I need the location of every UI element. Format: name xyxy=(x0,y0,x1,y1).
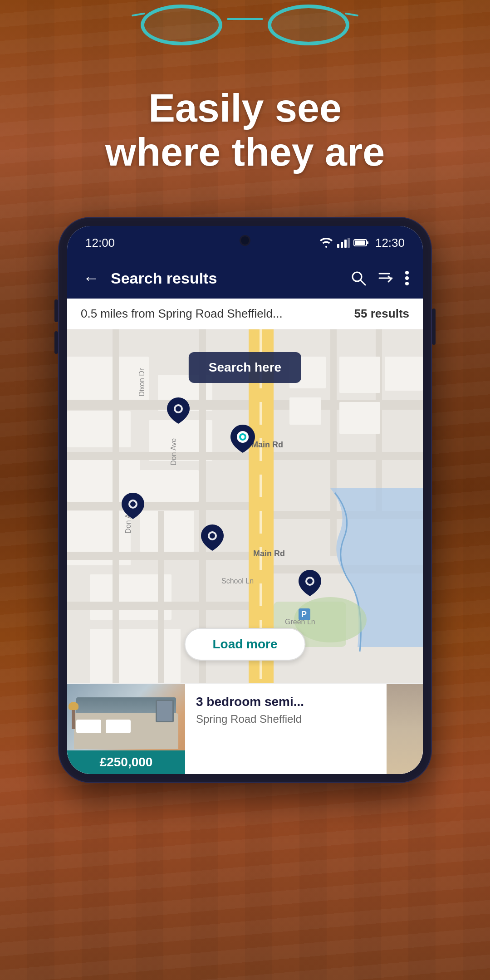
svg-rect-17 xyxy=(67,411,131,447)
svg-point-71 xyxy=(241,435,245,439)
svg-point-13 xyxy=(405,282,409,285)
search-here-button[interactable]: Search here xyxy=(189,352,301,383)
svg-rect-66 xyxy=(385,357,423,391)
search-results-count: 55 results xyxy=(354,307,409,321)
svg-rect-31 xyxy=(260,475,262,497)
svg-point-68 xyxy=(176,406,181,412)
map-pin-4[interactable] xyxy=(299,570,321,598)
svg-rect-43 xyxy=(274,452,423,460)
svg-point-12 xyxy=(405,276,409,280)
svg-rect-25 xyxy=(140,511,194,552)
svg-rect-24 xyxy=(140,470,199,502)
wifi-icon xyxy=(319,238,333,248)
search-location-text: 0.5 miles from Spring Road Sheffield... xyxy=(81,307,283,321)
svg-rect-49 xyxy=(330,329,337,556)
phone-screen: 12:00 xyxy=(67,226,423,774)
property-image: £250,000 xyxy=(67,684,185,774)
search-info-bar: 0.5 miles from Spring Road Sheffield... … xyxy=(67,299,423,329)
svg-rect-47 xyxy=(158,511,164,683)
svg-text:Dixon Dr: Dixon Dr xyxy=(138,368,146,397)
status-right-icons: 12:30 xyxy=(319,236,405,250)
hero-section: Easily see where they are xyxy=(0,86,490,174)
svg-rect-3 xyxy=(348,238,350,248)
hero-line1: Easily see xyxy=(148,85,342,130)
property-title: 3 bedroom semi... xyxy=(196,695,376,709)
svg-rect-0 xyxy=(337,244,339,248)
svg-rect-65 xyxy=(339,402,380,434)
more-options-icon[interactable] xyxy=(405,270,409,286)
svg-text:P: P xyxy=(301,610,307,619)
svg-rect-64 xyxy=(339,357,380,393)
property-location: Spring Road Sheffield xyxy=(196,713,376,725)
hero-line2: where they are xyxy=(105,129,385,174)
map-pin-current[interactable] xyxy=(230,425,255,455)
load-more-button[interactable]: Load more xyxy=(184,628,305,661)
status-time-left: 12:00 xyxy=(85,236,115,250)
svg-rect-32 xyxy=(260,511,262,534)
svg-rect-6 xyxy=(367,241,368,244)
signal-icon xyxy=(337,238,350,248)
svg-rect-21 xyxy=(90,629,181,683)
svg-text:Main Rd: Main Rd xyxy=(251,440,283,449)
property-info: 3 bedroom semi... Spring Road Sheffield xyxy=(185,684,387,774)
svg-rect-48 xyxy=(113,329,119,683)
battery-icon xyxy=(353,239,369,247)
svg-rect-34 xyxy=(260,583,262,606)
property-card[interactable]: £250,000 3 bedroom semi... Spring Road S… xyxy=(67,683,423,774)
status-time-right: 12:30 xyxy=(375,236,405,250)
svg-text:Don Ave: Don Ave xyxy=(170,438,177,466)
svg-point-75 xyxy=(210,533,215,539)
svg-text:Main Rd: Main Rd xyxy=(253,549,285,558)
svg-point-11 xyxy=(405,271,409,274)
property-price: £250,000 xyxy=(67,750,185,774)
camera-notch xyxy=(240,235,250,246)
property-second-image xyxy=(387,684,423,774)
svg-rect-39 xyxy=(67,502,249,510)
svg-rect-1 xyxy=(341,242,343,248)
svg-rect-63 xyxy=(289,397,321,425)
svg-rect-5 xyxy=(355,240,365,245)
search-icon[interactable] xyxy=(350,270,367,286)
map-pin-3[interactable] xyxy=(201,524,224,553)
phone-outer-frame: 12:00 xyxy=(59,218,431,782)
svg-text:School Ln: School Ln xyxy=(221,577,254,585)
map-area[interactable]: Dixon Dr Don Ave Don Ave School Ln Main … xyxy=(67,329,423,683)
svg-point-73 xyxy=(130,501,136,507)
glasses-decoration xyxy=(132,0,358,54)
map-pin-1[interactable] xyxy=(167,397,190,426)
status-icons xyxy=(319,238,369,248)
svg-rect-37 xyxy=(67,400,249,410)
svg-rect-29 xyxy=(260,402,262,425)
sort-icon[interactable] xyxy=(377,270,394,286)
svg-rect-38 xyxy=(67,452,249,460)
svg-rect-16 xyxy=(67,357,149,402)
svg-rect-2 xyxy=(344,240,347,248)
map-pin-2[interactable] xyxy=(122,493,144,521)
svg-line-8 xyxy=(361,280,365,285)
app-bar-title: Search results xyxy=(111,270,341,287)
phone-mockup: 12:00 xyxy=(59,218,431,782)
svg-point-77 xyxy=(307,578,313,584)
app-bar-actions xyxy=(350,270,409,286)
app-bar: ← Search results xyxy=(67,258,423,299)
svg-rect-27 xyxy=(260,329,262,352)
back-button[interactable]: ← xyxy=(81,266,102,290)
